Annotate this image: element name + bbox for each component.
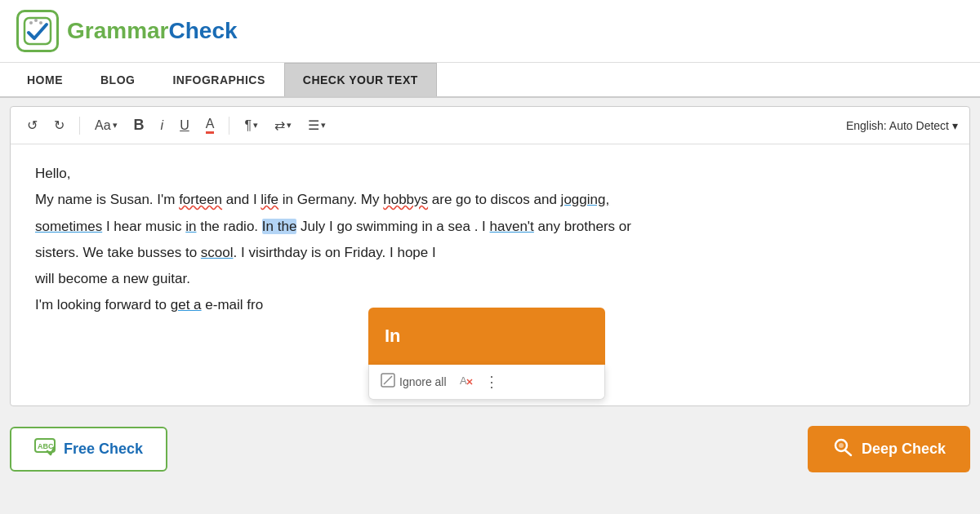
error-life: life (261, 192, 278, 207)
error-scool: scool (201, 245, 234, 260)
underline-button[interactable]: U (175, 115, 194, 136)
bold-button[interactable]: B (129, 113, 149, 137)
color-button[interactable]: A (201, 113, 220, 137)
logo-icon (16, 10, 59, 52)
svg-text:ABC: ABC (38, 442, 54, 450)
suggestion-popup: In Ignore all A (368, 308, 605, 400)
toolbar-separator-1 (79, 117, 80, 135)
highlighted-in-the: In the (262, 219, 297, 234)
text-line-2: My name is Susan. I'm forteen and I life… (35, 187, 945, 213)
toolbar: ↺ ↻ Aa ▾ B i U A ¶ ▾ ⇄ ▾ ☰ ▾ English: Au… (11, 107, 969, 144)
nav-check-your-text[interactable]: CHECK YOUR TEXT (284, 63, 437, 96)
svg-rect-0 (24, 18, 51, 44)
bottom-bar: ABC Free Check Deep Check (0, 414, 980, 484)
svg-point-1 (29, 21, 33, 24)
error-jogging-sometimes: jogging, (561, 192, 610, 207)
text-line-3: sometimes I hear music in the radio. In … (35, 214, 945, 240)
svg-text:A: A (460, 374, 467, 387)
text-line-1: Hello, (35, 161, 945, 187)
nav-infographics[interactable]: INFOGRAPHICS (154, 63, 283, 96)
svg-point-13 (839, 443, 844, 448)
logo-check-text: Check (169, 18, 238, 43)
error-in: in (185, 219, 196, 234)
error-havent: haven't (490, 219, 534, 234)
error-sometimes: sometimes (35, 219, 102, 234)
font-size-button[interactable]: Aa ▾ (90, 115, 122, 136)
header: GrammarCheck (0, 0, 980, 63)
svg-point-2 (34, 19, 38, 22)
editor-container: ↺ ↻ Aa ▾ B i U A ¶ ▾ ⇄ ▾ ☰ ▾ English: Au… (10, 106, 970, 406)
toolbar-separator-2 (229, 117, 229, 135)
nav: HOME BLOG INFOGRAPHICS CHECK YOUR TEXT (0, 63, 980, 98)
text-area[interactable]: Hello, My name is Susan. I'm forteen and… (11, 144, 969, 405)
deep-check-button[interactable]: Deep Check (808, 426, 970, 472)
paragraph-button[interactable]: ¶ ▾ (239, 115, 263, 136)
free-check-button[interactable]: ABC Free Check (10, 427, 167, 472)
logo-grammar-text: Grammar (67, 18, 169, 43)
nav-home[interactable]: HOME (8, 63, 82, 96)
error-hobbys: hobbys (383, 192, 428, 207)
svg-point-3 (39, 21, 42, 24)
unordered-list-button[interactable]: ☰ ▾ (303, 114, 331, 136)
logo: GrammarCheck (16, 10, 238, 52)
free-check-icon: ABC (34, 438, 56, 460)
redo-button[interactable]: ↻ (49, 114, 69, 136)
logo-text: GrammarCheck (67, 18, 238, 44)
italic-button[interactable]: i (156, 115, 169, 136)
popup-suggestion-text[interactable]: In (368, 308, 605, 365)
error-forteen: forteen (179, 192, 222, 207)
svg-line-5 (384, 376, 392, 384)
ordered-list-button[interactable]: ⇄ ▾ (270, 114, 296, 136)
text-line-4: sisters. We take busses to scool. I visi… (35, 240, 945, 266)
ignore-icon (381, 373, 395, 391)
popup-ignore-all-button[interactable]: Ignore all (381, 373, 447, 391)
language-selector[interactable]: English: Auto Detect ▾ (846, 119, 958, 132)
undo-button[interactable]: ↺ (22, 114, 42, 136)
svg-line-12 (845, 450, 851, 455)
text-correction-icon: A (458, 373, 473, 391)
error-get-a: get a (171, 297, 202, 312)
popup-actions: Ignore all A ⋮ (368, 365, 605, 400)
deep-check-icon (832, 437, 853, 461)
text-line-5: will become a new guitar. (35, 266, 945, 292)
popup-more-button[interactable]: ⋮ (484, 373, 499, 391)
popup-text-icon-button[interactable]: A (458, 373, 473, 391)
nav-blog[interactable]: BLOG (82, 63, 154, 96)
